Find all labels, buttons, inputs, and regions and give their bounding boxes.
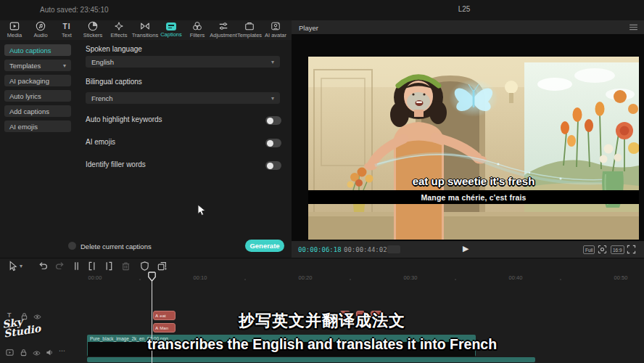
player-header: Player bbox=[292, 20, 644, 34]
full-preview-button[interactable]: Full bbox=[583, 245, 595, 254]
overlap-tool-icon[interactable] bbox=[157, 261, 168, 272]
toolbar-adjustment[interactable]: Adjustment bbox=[210, 21, 236, 40]
toolbar-stickers[interactable]: Stickers bbox=[80, 21, 106, 40]
timecode-options-button[interactable] bbox=[387, 245, 400, 253]
bilingual-captions-label: Bilingual captions bbox=[86, 78, 142, 86]
ai-emojis-label: AI emojis bbox=[86, 138, 115, 146]
toolbar-media[interactable]: Media bbox=[1, 21, 28, 40]
delete-icon[interactable] bbox=[120, 261, 131, 272]
adjustment-icon bbox=[218, 21, 228, 31]
sidebar-item-auto-captions[interactable]: Auto captions bbox=[4, 44, 71, 56]
video-area: eat up sweetie it's fresh Mange ma chéri… bbox=[292, 34, 644, 241]
templates-icon bbox=[244, 21, 255, 31]
sidebar-item-add-captions[interactable]: Add captions bbox=[4, 105, 71, 117]
chevron-down-icon: ▾ bbox=[271, 59, 274, 65]
toolbar-ai-avatar[interactable]: AI avatar bbox=[263, 21, 289, 40]
captions-panel: Auto captions Templates ▾ AI packaging A… bbox=[0, 40, 292, 258]
toolbar-text[interactable]: TI Text bbox=[54, 21, 80, 40]
menu-icon[interactable] bbox=[629, 24, 638, 30]
timeline-ruler[interactable]: 00:00 00:10 00:20 00:30 00:40 00:50 bbox=[0, 272, 644, 283]
text-icon: TI bbox=[62, 21, 72, 31]
generate-button[interactable]: Generate bbox=[245, 240, 284, 252]
identify-filler-words-label: Identify filler words bbox=[86, 160, 146, 168]
project-title: L25 bbox=[435, 5, 493, 13]
sidebar-item-auto-lyrics[interactable]: Auto lyrics bbox=[4, 90, 71, 102]
media-icon bbox=[9, 21, 20, 31]
focus-icon[interactable] bbox=[598, 245, 607, 254]
select-tool-icon[interactable] bbox=[7, 261, 18, 272]
mask-tool-icon[interactable] bbox=[139, 261, 150, 272]
bilingual-captions-select[interactable]: French ▾ bbox=[86, 92, 280, 104]
subtitle-chinese: 抄写英文并翻译成法文 bbox=[0, 310, 644, 332]
fullscreen-icon[interactable] bbox=[627, 245, 636, 254]
stickers-icon bbox=[88, 21, 98, 31]
sidebar-item-ai-packaging[interactable]: AI packaging bbox=[4, 75, 71, 86]
titlebar: Auto saved: 23:45:10 L25 bbox=[0, 0, 644, 20]
effects-icon bbox=[114, 21, 124, 31]
redo-icon[interactable] bbox=[54, 261, 65, 272]
ai-avatar-icon bbox=[271, 21, 281, 31]
toolbar-filters[interactable]: Filters bbox=[184, 21, 210, 40]
delete-current-captions-label: Delete current captions bbox=[80, 242, 152, 250]
chevron-down-icon: ▾ bbox=[271, 95, 274, 102]
toolbar-templates[interactable]: Templates bbox=[236, 21, 263, 40]
toolbar-audio[interactable]: Audio bbox=[28, 21, 54, 40]
video-caption-english: eat up sweetie it's fresh bbox=[308, 175, 639, 187]
toolbar-captions[interactable]: Captions bbox=[158, 21, 184, 40]
capcut-editor-window: Auto saved: 23:45:10 L25 Media Audio TI … bbox=[0, 0, 644, 363]
audio-icon bbox=[36, 21, 46, 31]
toolbar-effects[interactable]: Effects bbox=[106, 21, 132, 40]
trim-right-icon[interactable] bbox=[103, 261, 114, 272]
main-toolbar: Media Audio TI Text Stickers Effects Tra… bbox=[0, 20, 292, 40]
player-title: Player bbox=[299, 24, 318, 32]
video-scene bbox=[308, 57, 639, 240]
player-panel: Player bbox=[292, 20, 644, 258]
ai-emojis-toggle[interactable] bbox=[265, 139, 281, 147]
delete-current-captions-checkbox[interactable] bbox=[68, 242, 76, 250]
butterfly-hologram bbox=[449, 79, 498, 117]
autosave-status: Auto saved: 23:45:10 bbox=[40, 6, 109, 14]
total-timecode: 00:00:44:02 bbox=[344, 246, 387, 253]
captions-icon bbox=[166, 23, 176, 30]
filters-icon bbox=[192, 21, 202, 31]
toolbar-transitions[interactable]: Transitions bbox=[132, 21, 158, 40]
spoken-language-select[interactable]: English ▾ bbox=[86, 56, 280, 68]
select-tool-caret-icon[interactable]: ▾ bbox=[20, 263, 22, 269]
undo-icon[interactable] bbox=[38, 261, 49, 272]
auto-highlight-keywords-toggle[interactable] bbox=[265, 116, 281, 125]
play-button[interactable]: ▶ bbox=[463, 244, 468, 253]
auto-highlight-keywords-label: Auto highlight keywords bbox=[86, 115, 162, 123]
transitions-icon bbox=[140, 21, 150, 31]
spoken-language-label: Spoken language bbox=[86, 45, 142, 53]
video-caption-french: Mange ma chérie, c'est frais bbox=[421, 193, 526, 202]
sidebar-item-templates[interactable]: Templates ▾ bbox=[4, 60, 71, 71]
trim-left-icon[interactable] bbox=[87, 261, 98, 272]
playhead-handle[interactable] bbox=[148, 272, 156, 282]
audio-clip[interactable] bbox=[87, 357, 535, 362]
mouse-cursor bbox=[197, 204, 206, 217]
video-caption-bar: Mange ma chérie, c'est frais bbox=[308, 190, 639, 204]
video-preview[interactable]: eat up sweetie it's fresh Mange ma chéri… bbox=[308, 57, 639, 240]
subtitle-english: transcribes the English and translates i… bbox=[0, 336, 644, 353]
identify-filler-words-toggle[interactable] bbox=[265, 161, 281, 170]
split-tool-icon[interactable] bbox=[71, 261, 82, 272]
current-timecode: 00:00:06:18 bbox=[298, 246, 342, 253]
sidebar-item-ai-emojis[interactable]: AI emojis bbox=[4, 121, 71, 132]
player-controls: 00:00:06:18 00:00:44:02 ▶ Full 16:9 bbox=[292, 241, 644, 258]
chevron-down-icon: ▾ bbox=[63, 62, 66, 69]
aspect-ratio-button[interactable]: 16:9 bbox=[611, 245, 624, 254]
